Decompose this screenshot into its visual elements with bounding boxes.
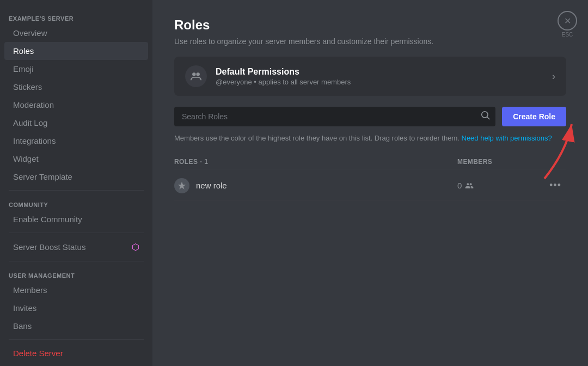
sidebar-user-management-label: USER MANAGEMENT (0, 266, 152, 281)
role-icon (174, 178, 189, 193)
col-header-members: MEMBERS (457, 158, 544, 166)
sidebar-item-server-template[interactable]: Server Template (4, 168, 148, 186)
col-header-roles: ROLES - 1 (174, 158, 457, 166)
search-icon-button[interactable] (481, 111, 490, 122)
sidebar-item-widget[interactable]: Widget (4, 150, 148, 168)
help-link[interactable]: Need help with permissions? (462, 134, 552, 142)
sidebar-item-roles[interactable]: Roles (4, 42, 148, 60)
close-button[interactable]: ✕ (558, 11, 577, 30)
search-wrapper (174, 107, 495, 126)
main-content: ✕ ESC Roles Use roles to organize your s… (152, 0, 588, 366)
sidebar-item-members[interactable]: Members (4, 281, 148, 299)
roles-table-header: ROLES - 1 MEMBERS (174, 155, 566, 169)
sidebar-item-integrations[interactable]: Integrations (4, 132, 148, 150)
sidebar-divider-1 (9, 190, 144, 191)
table-row: new role 0 ••• (174, 172, 566, 200)
col-header-actions (544, 158, 566, 166)
sidebar-item-emoji[interactable]: Emoji (4, 60, 148, 78)
search-create-row: Create Role (174, 107, 566, 126)
boost-icon: ⬡ (132, 242, 139, 252)
sidebar-item-enable-community[interactable]: Enable Community (4, 210, 148, 228)
chevron-right-icon: › (552, 71, 555, 82)
sidebar-divider-2 (9, 233, 144, 233)
sidebar: EXAMPLE'S SERVER Overview Roles Emoji St… (0, 0, 152, 366)
help-text: Members use the color of the highest rol… (174, 133, 566, 144)
permissions-icon (185, 65, 207, 87)
role-actions: ••• (544, 180, 566, 191)
create-role-button[interactable]: Create Role (502, 107, 566, 126)
sidebar-item-audit-log[interactable]: Audit Log (4, 114, 148, 132)
sidebar-divider-3 (9, 261, 144, 261)
sidebar-server-name: EXAMPLE'S SERVER (0, 9, 152, 24)
sidebar-divider-4 (9, 339, 144, 340)
sidebar-item-stickers[interactable]: Stickers (4, 78, 148, 96)
sidebar-item-overview[interactable]: Overview (4, 24, 148, 42)
sidebar-item-moderation[interactable]: Moderation (4, 96, 148, 114)
role-name: new role (196, 181, 457, 190)
page-subtitle: Use roles to organize your server member… (174, 37, 566, 46)
default-permissions-card[interactable]: Default Permissions @everyone • applies … (174, 57, 566, 96)
sidebar-community-label: COMMUNITY (0, 195, 152, 210)
role-options-button[interactable]: ••• (549, 180, 561, 191)
sidebar-item-server-boost-status[interactable]: Server Boost Status ⬡ (4, 237, 148, 257)
search-input[interactable] (174, 107, 495, 126)
svg-point-0 (192, 72, 195, 76)
permissions-info: Default Permissions @everyone • applies … (216, 67, 552, 86)
permissions-sub: @everyone • applies to all server member… (216, 78, 552, 86)
sidebar-item-invites[interactable]: Invites (4, 299, 148, 317)
page-title: Roles (174, 17, 566, 33)
permissions-title: Default Permissions (216, 67, 552, 77)
role-members-count: 0 (457, 181, 544, 190)
svg-point-1 (196, 72, 199, 76)
sidebar-item-delete-server[interactable]: Delete Server (4, 344, 148, 362)
esc-label: ESC (558, 32, 577, 38)
sidebar-item-bans[interactable]: Bans (4, 317, 148, 335)
